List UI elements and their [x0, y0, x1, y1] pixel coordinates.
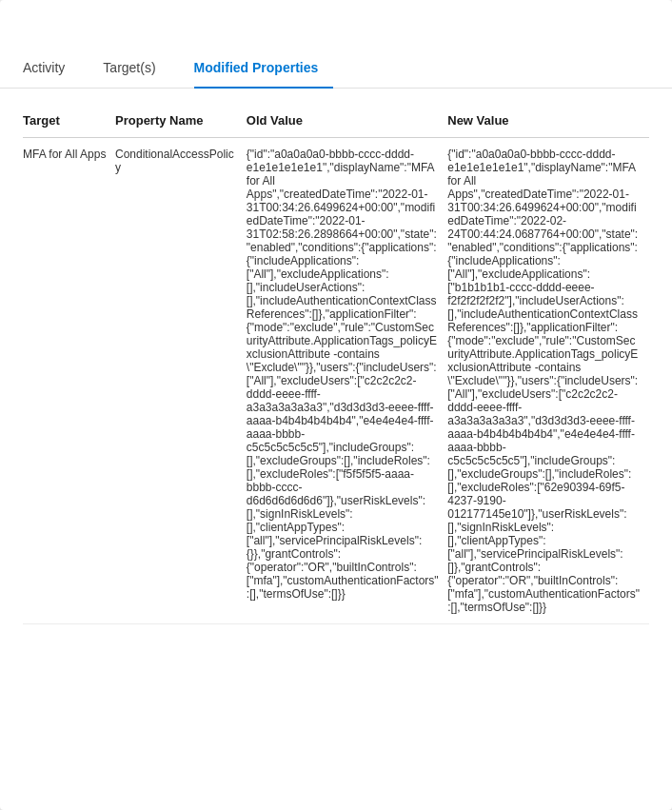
col-header-oldval: Old Value: [247, 104, 447, 138]
modified-properties-table: Target Property Name Old Value New Value…: [23, 104, 649, 624]
tab-modified-properties[interactable]: Modified Properties: [194, 52, 334, 89]
cell-property-name: ConditionalAccessPolicy: [115, 138, 247, 624]
audit-log-dialog: ActivityTarget(s)Modified Properties Tar…: [0, 0, 672, 810]
tab-targets[interactable]: Target(s): [103, 52, 170, 89]
cell-old-value: {"id":"a0a0a0a0-bbbb-cccc-dddd-e1e1e1e1e…: [247, 138, 447, 624]
cell-target: MFA for All Apps: [23, 138, 115, 624]
cell-new-value: {"id":"a0a0a0a0-bbbb-cccc-dddd-e1e1e1e1e…: [447, 138, 649, 624]
table-header-row: Target Property Name Old Value New Value: [23, 104, 649, 138]
table-container: Target Property Name Old Value New Value…: [0, 89, 672, 810]
tabs-container: ActivityTarget(s)Modified Properties: [0, 36, 672, 89]
dialog-header: [0, 0, 672, 29]
close-button[interactable]: [634, 21, 649, 29]
col-header-propname: Property Name: [115, 104, 247, 138]
table-row: MFA for All AppsConditionalAccessPolicy{…: [23, 138, 649, 624]
col-header-target: Target: [23, 104, 115, 138]
tab-activity[interactable]: Activity: [23, 52, 80, 89]
col-header-newval: New Value: [447, 104, 649, 138]
